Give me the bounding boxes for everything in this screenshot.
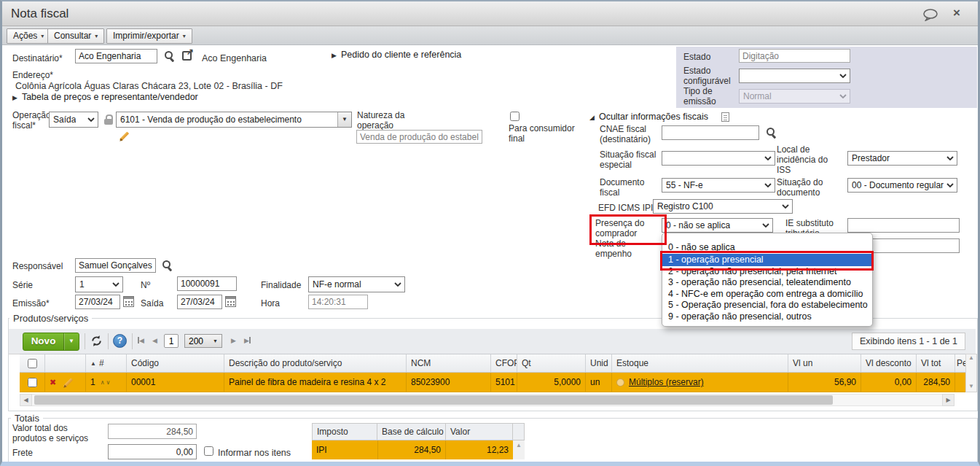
edit-pencil-icon[interactable] [118, 131, 130, 143]
next-page-icon[interactable]: ▶ [231, 337, 236, 344]
page-number-box[interactable]: 1 [164, 334, 179, 348]
dropdown-option[interactable]: 0 - não se aplica [662, 242, 872, 254]
calendar-icon[interactable] [123, 296, 134, 307]
totais-legend: Totais [11, 413, 43, 424]
col-vl-tot[interactable]: Vl tot [916, 354, 954, 372]
help-icon[interactable]: ? [113, 334, 127, 348]
col-estoque[interactable]: Estoque [611, 354, 788, 372]
dropdown-option[interactable]: 3 - operação não presencial, teleatendim… [662, 277, 872, 289]
edit-row-icon[interactable] [62, 377, 73, 388]
operacao-fiscal-label: Operação fiscal* [12, 110, 52, 131]
document-icon[interactable] [721, 112, 729, 122]
scroll-down-icon[interactable]: ▼ [966, 383, 976, 390]
numero-input[interactable] [177, 276, 237, 291]
col-vl-un[interactable]: Vl un [788, 354, 861, 372]
page-size-select[interactable]: 200 ▼ [184, 334, 222, 348]
estoque-link[interactable]: Múltiplos (reservar) [629, 377, 704, 387]
search-icon[interactable] [766, 127, 777, 138]
col-codigo[interactable]: Código [126, 354, 224, 372]
consumidor-final-checkbox[interactable] [510, 112, 520, 121]
search-icon[interactable] [164, 50, 175, 61]
comment-bubble-icon[interactable] [922, 9, 940, 24]
chevron-down-icon [839, 74, 847, 78]
menu-acoes[interactable]: Ações▾ [7, 28, 50, 44]
imposto-scroll-up-icon[interactable]: ▲ [513, 440, 525, 459]
delete-row-icon[interactable]: ✖ [50, 378, 56, 387]
local-iss-select[interactable]: Prestador [847, 151, 957, 166]
serie-label: Série [12, 280, 33, 290]
valor-col: Valor [445, 423, 513, 440]
col-ncm[interactable]: NCM [406, 354, 490, 372]
operacao-fiscal-combo[interactable]: 6101 - Venda de produção do estabelecime… [116, 112, 352, 128]
chevron-down-icon [782, 204, 789, 209]
refresh-icon[interactable] [90, 335, 103, 350]
efd-select[interactable]: Registro C100 [653, 199, 793, 214]
move-up-icon[interactable]: ∧ [101, 379, 105, 386]
col-descricao[interactable]: Descrição do produto/serviço [224, 354, 406, 372]
produtos-table-row[interactable]: ✖ 1 ∧ ∨ 00001 Painel de fibra de madeira… [20, 373, 965, 392]
dropdown-option-selected[interactable]: 1 - operação presencial [662, 254, 872, 266]
serie-select[interactable]: 1 [75, 276, 123, 292]
novo-dropdown-icon[interactable]: ▼ [63, 333, 79, 350]
select-all-checkbox[interactable] [28, 359, 37, 368]
menu-consultar[interactable]: Consultar▾ [47, 28, 104, 44]
sort-asc-icon: ▲ [90, 360, 96, 367]
documento-fiscal-label: Documento fiscal [600, 177, 658, 198]
operacao-tipo-select[interactable]: Saída [49, 112, 98, 128]
endereco-value: Colônia Agrícola Águas Claras Chácara 23… [15, 81, 283, 91]
estado-configuravel-select[interactable] [739, 69, 850, 83]
dropdown-option[interactable]: 5 - Operação presencial, fora do estabel… [662, 300, 872, 311]
col-pedido[interactable]: Pedi [954, 354, 965, 372]
col-unid[interactable]: Unid [585, 354, 611, 372]
saida-input[interactable] [177, 295, 222, 309]
ocultar-fiscais-toggle[interactable]: ◢Ocultar informações fiscais [589, 112, 708, 122]
combo-dropdown-icon[interactable]: ▼ [337, 112, 351, 127]
col-qt[interactable]: Qt [517, 354, 585, 372]
row-estoque: Múltiplos (reservar) [611, 373, 788, 392]
dropdown-option[interactable]: 2 - operação não presencial, pela Intern… [662, 266, 872, 278]
responsavel-input[interactable] [75, 258, 156, 273]
chevron-down-icon: ▾ [41, 33, 44, 39]
pedido-cliente-toggle[interactable]: ▶Pedido do cliente e referência [332, 50, 461, 60]
row-num-cell: 1 ∧ ∨ [85, 373, 126, 392]
close-icon[interactable]: × [953, 6, 960, 20]
situacao-documento-select[interactable]: 00 - Documento regular [847, 178, 957, 193]
external-link-icon[interactable] [182, 50, 193, 61]
col-num[interactable]: ▲# [85, 354, 126, 372]
scroll-up-icon[interactable]: ▲ [966, 354, 976, 362]
informar-itens-checkbox[interactable] [204, 446, 213, 456]
scroll-left-icon[interactable]: ◀ [20, 394, 32, 406]
col-cfop[interactable]: CFOP [490, 354, 517, 372]
emissao-input[interactable] [75, 295, 120, 309]
dropdown-option[interactable]: 4 - NFC-e em operação com entrega a domi… [662, 289, 872, 300]
first-page-icon[interactable]: ◀ [138, 337, 144, 344]
documento-fiscal-select[interactable]: 55 - NF-e [662, 178, 775, 193]
ie-substituto-input[interactable] [847, 218, 960, 233]
move-down-icon[interactable]: ∨ [106, 379, 111, 386]
presenca-select[interactable]: 0 - não se aplica [662, 218, 773, 233]
last-page-icon[interactable]: ▶ [244, 337, 251, 344]
search-icon[interactable] [162, 260, 173, 271]
row-checkbox[interactable] [28, 378, 37, 387]
frete-input[interactable] [108, 444, 197, 459]
menu-imprimir-exportar[interactable]: Imprimir/exportar▾ [106, 28, 192, 44]
col-vl-desconto[interactable]: Vl desconto [861, 354, 916, 372]
finalidade-select[interactable]: NF-e normal [308, 276, 405, 292]
cnae-input[interactable] [662, 125, 759, 140]
page-title: Nota fiscal [11, 7, 68, 21]
tabela-precos-toggle[interactable]: ▶Tabela de preços e representante/vended… [12, 92, 198, 102]
select-all-cell [20, 354, 44, 372]
prev-page-icon[interactable]: ◀ [152, 337, 157, 344]
horizontal-scroll-thumb[interactable] [34, 395, 833, 405]
lock-icon [104, 114, 113, 125]
scroll-right-icon[interactable]: ▶ [942, 394, 954, 406]
situacao-fiscal-select[interactable] [662, 151, 775, 166]
cnae-label: CNAE fiscal (destinatário) [600, 124, 659, 144]
novo-button[interactable]: Novo ▼ [23, 333, 79, 351]
chevron-down-icon: ▼ [213, 338, 218, 343]
table-vertical-scrollbar[interactable]: ▲ ▼ [965, 354, 977, 392]
presenca-dropdown-list: 0 - não se aplica 1 - operação presencia… [662, 233, 873, 327]
dropdown-option[interactable]: 9 - operação não presencial, outros [662, 311, 872, 323]
destinatario-input[interactable] [75, 49, 157, 63]
calendar-icon[interactable] [225, 296, 236, 307]
